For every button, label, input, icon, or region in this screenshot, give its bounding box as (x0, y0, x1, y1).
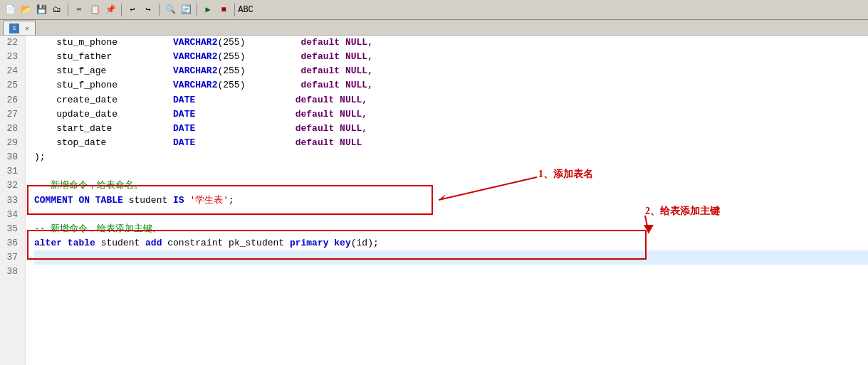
paste-icon[interactable]: 📌 (103, 3, 117, 17)
save-all-icon[interactable]: 🗂 (50, 3, 64, 17)
editor: 2223242526272829303132333435363738 stu_m… (0, 36, 868, 365)
line-number: 29 (4, 136, 21, 150)
sep5 (234, 4, 235, 16)
line-number: 32 (4, 179, 21, 193)
code-line[interactable] (34, 250, 868, 265)
line-number: 26 (4, 93, 21, 107)
cut-icon[interactable]: ✂ (72, 3, 86, 17)
open-icon[interactable]: 📂 (19, 3, 33, 17)
sep2 (121, 4, 122, 16)
new-icon[interactable]: 📄 (3, 3, 17, 17)
code-line[interactable]: stu_f_age VARCHAR2(255) default NULL, (34, 64, 868, 78)
code-line[interactable] (34, 265, 868, 279)
code-line[interactable] (34, 208, 868, 222)
line-number: 23 (4, 50, 21, 64)
redo-icon[interactable]: ↪ (141, 3, 155, 17)
line-number: 33 (4, 194, 21, 208)
sep1 (68, 4, 68, 16)
spell-icon[interactable]: ABC (239, 3, 253, 17)
code-content[interactable]: stu_m_phone VARCHAR2(255) default NULL, … (26, 36, 868, 365)
line-number: 34 (4, 208, 21, 222)
code-line[interactable]: stu_father VARCHAR2(255) default NULL, (34, 50, 868, 64)
sep4 (197, 4, 197, 16)
line-number: 38 (4, 265, 21, 279)
find-icon[interactable]: 🔍 (163, 3, 177, 17)
code-line[interactable]: create_date DATE default NULL, (34, 93, 868, 107)
code-area: 2223242526272829303132333435363738 stu_m… (0, 36, 868, 365)
line-number: 30 (4, 150, 21, 164)
copy-icon[interactable]: 📋 (88, 3, 102, 17)
sql-file-icon: S (9, 23, 19, 33)
line-number: 27 (4, 107, 21, 122)
stop-icon[interactable]: ■ (216, 3, 231, 17)
line-number: 36 (4, 236, 21, 250)
code-line[interactable]: alter table student add constraint pk_st… (34, 236, 868, 250)
line-number: 25 (4, 78, 21, 92)
undo-icon[interactable]: ↩ (125, 3, 140, 17)
replace-icon[interactable]: 🔄 (179, 3, 193, 17)
code-line[interactable]: stu_f_phone VARCHAR2(255) default NULL, (34, 78, 868, 92)
code-line[interactable]: update_date DATE default NULL, (34, 107, 868, 122)
save-icon[interactable]: 💾 (34, 3, 48, 17)
code-line[interactable]: stu_m_phone VARCHAR2(255) default NULL, (34, 36, 868, 50)
file-tab[interactable]: S ✕ (3, 21, 36, 35)
line-number: 35 (4, 222, 21, 236)
line-number: 24 (4, 64, 21, 78)
code-line[interactable]: COMMENT ON TABLE student IS '学生表'; (34, 194, 868, 208)
sep3 (159, 4, 160, 16)
code-line[interactable]: -- 新增命令，给表添加主键。 (34, 222, 868, 236)
tab-close-button[interactable]: ✕ (25, 24, 29, 33)
code-line[interactable]: -- 新增命令，给表命名。 (34, 179, 868, 193)
tab-bar: S ✕ (0, 20, 868, 36)
code-line[interactable]: ); (34, 150, 868, 164)
line-number: 37 (4, 250, 21, 265)
run-icon[interactable]: ▶ (201, 3, 215, 17)
toolbar: 📄 📂 💾 🗂 ✂ 📋 📌 ↩ ↪ 🔍 🔄 ▶ ■ ABC (0, 0, 868, 20)
line-number: 28 (4, 122, 21, 136)
line-number: 22 (4, 36, 21, 50)
line-number: 31 (4, 164, 21, 179)
code-line[interactable] (34, 164, 868, 179)
line-numbers: 2223242526272829303132333435363738 (0, 36, 26, 365)
code-line[interactable]: start_date DATE default NULL, (34, 122, 868, 136)
code-line[interactable]: stop_date DATE default NULL (34, 136, 868, 150)
